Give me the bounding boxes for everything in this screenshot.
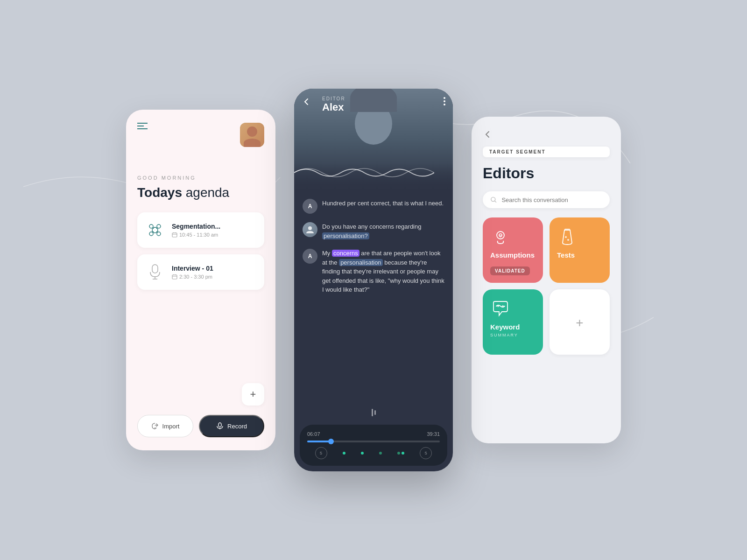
chat-header-bg — [294, 89, 453, 191]
tests-card[interactable]: Tests — [550, 217, 610, 283]
chat-messages: A Hundred per cent correct, that is what… — [294, 191, 453, 405]
agenda-top-bar — [137, 123, 264, 147]
search-icon — [490, 196, 497, 203]
pause-indicator — [294, 405, 453, 420]
scene: GOOD MORNING Todays agenda — [0, 0, 747, 560]
player-times: 06:07 39:31 — [307, 431, 440, 437]
add-icon: + — [576, 315, 583, 330]
message-text-1: Hundred per cent correct, that is what I… — [322, 199, 444, 208]
segmentation-icon — [146, 221, 164, 239]
player-thumb[interactable] — [328, 439, 334, 444]
keyword-icon — [490, 299, 511, 319]
sender-avatar-user — [303, 222, 317, 237]
svg-rect-16 — [172, 275, 177, 279]
message-3: A My concerns are that are people won't … — [303, 249, 444, 294]
menu-button[interactable] — [137, 123, 148, 129]
svg-point-29 — [565, 236, 567, 238]
assumptions-card[interactable]: ? Assumptions VALIDATED — [483, 217, 543, 283]
calendar-icon-2 — [172, 274, 177, 280]
import-button[interactable]: Import — [137, 415, 193, 437]
svg-point-22 — [308, 226, 312, 230]
svg-point-2 — [157, 224, 161, 228]
calendar-icon — [172, 232, 177, 238]
assumptions-icon: ? — [490, 227, 511, 247]
import-icon — [151, 422, 159, 430]
svg-point-4 — [157, 232, 161, 236]
microphone-icon-btn — [216, 422, 224, 430]
chat-header: EDITOR Alex — [294, 89, 453, 191]
player-dot-3 — [379, 452, 382, 455]
concerns-highlight: concerns — [332, 250, 359, 257]
audio-wave — [294, 163, 434, 182]
player-dot-group — [397, 452, 404, 455]
greeting-text: GOOD MORNING — [137, 175, 264, 181]
search-input[interactable] — [501, 196, 602, 203]
agenda-item-info: Segmentation... 10:45 - 11:30 am — [172, 223, 220, 238]
player-track[interactable] — [307, 441, 440, 442]
agenda-actions: Import Record — [137, 415, 264, 437]
svg-text:?: ? — [500, 234, 502, 238]
chat-editor-info: EDITOR Alex — [322, 96, 345, 113]
agenda-item-segmentation[interactable]: Segmentation... 10:45 - 11:30 am — [137, 212, 264, 248]
player-dot-1 — [343, 452, 345, 455]
player-dot-5 — [402, 452, 404, 455]
svg-rect-9 — [172, 233, 177, 237]
agenda-panel: GOOD MORNING Todays agenda — [126, 110, 275, 450]
skip-forward-button[interactable]: 5 — [420, 447, 432, 459]
svg-point-32 — [502, 305, 504, 307]
add-agenda-button[interactable]: + — [242, 383, 264, 406]
agenda-title: Todays agenda — [137, 184, 264, 201]
record-button[interactable]: Record — [199, 415, 264, 437]
interview-icon — [146, 263, 164, 281]
editors-panel: TARGET SEGMENT Editors ? Ass — [472, 117, 621, 443]
message-2: Do you have any concerns regarding perso… — [303, 222, 444, 240]
chat-back-button[interactable] — [302, 97, 311, 106]
add-card[interactable]: + — [550, 289, 610, 355]
personalisation-highlight-2: personalisation — [339, 259, 382, 266]
keyword-card[interactable]: Keyword SUMMARY — [483, 289, 543, 355]
sender-avatar-a: A — [303, 199, 317, 214]
more-options-button[interactable] — [444, 97, 445, 105]
player-controls: 5 5 — [307, 447, 440, 459]
skip-back-button[interactable]: 5 — [315, 447, 327, 459]
validated-badge: VALIDATED — [490, 266, 530, 275]
editors-back-button[interactable] — [483, 130, 610, 139]
message-text-2: Do you have any concerns regarding perso… — [322, 222, 444, 240]
editors-title: Editors — [483, 165, 610, 182]
target-segment-badge: TARGET SEGMENT — [483, 147, 610, 157]
svg-rect-13 — [152, 265, 158, 273]
player-dot-4 — [397, 452, 400, 455]
chat-panel: EDITOR Alex A Hundred per cent correct, … — [294, 89, 453, 471]
personalisation-highlight-1: personalisation? — [322, 232, 369, 239]
message-text-3: My concerns are that are people won't lo… — [322, 249, 444, 294]
sender-avatar-a-2: A — [303, 249, 317, 264]
player-dot-2 — [361, 452, 364, 455]
svg-point-3 — [149, 232, 153, 236]
player-progress — [307, 441, 331, 442]
svg-point-31 — [497, 305, 499, 307]
agenda-item-info-2: Interview - 01 2:30 - 3:30 pm — [172, 265, 213, 280]
svg-line-24 — [495, 201, 496, 203]
avatar[interactable] — [240, 123, 264, 147]
svg-point-1 — [149, 224, 153, 228]
svg-point-30 — [567, 239, 569, 241]
svg-rect-20 — [218, 423, 221, 427]
audio-player[interactable]: 06:07 39:31 5 5 — [300, 425, 447, 466]
agenda-item-interview[interactable]: Interview - 01 2:30 - 3:30 pm — [137, 254, 264, 290]
tests-icon — [557, 227, 578, 247]
editor-cards-grid: ? Assumptions VALIDATED Tests — [483, 217, 610, 355]
search-bar[interactable] — [483, 191, 610, 208]
message-1: A Hundred per cent correct, that is what… — [303, 199, 444, 214]
